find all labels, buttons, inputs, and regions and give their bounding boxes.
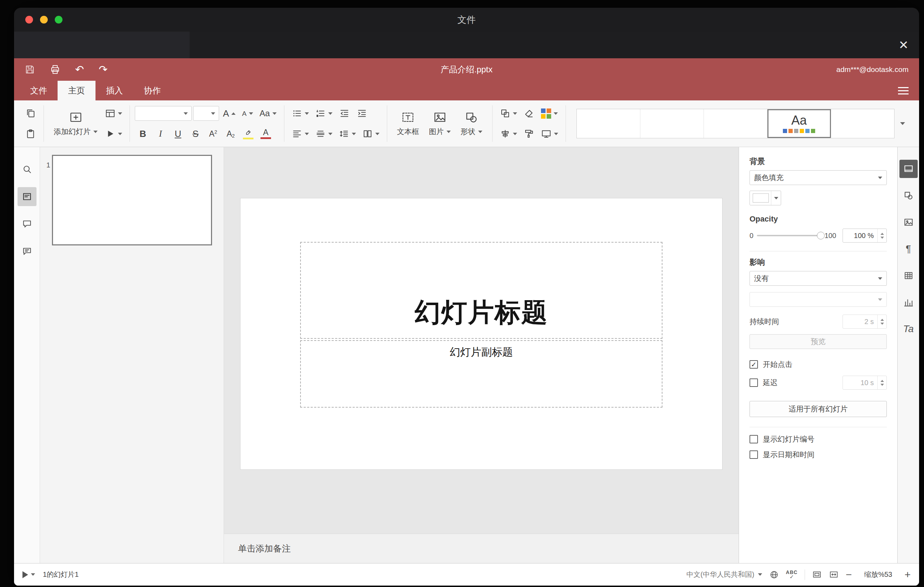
spin-up-icon[interactable] xyxy=(881,233,884,235)
spin-down-icon[interactable] xyxy=(881,384,884,386)
increase-indent-button[interactable] xyxy=(354,105,370,122)
macos-minimize-button[interactable] xyxy=(40,16,48,23)
start-slideshow-statusbar-button[interactable] xyxy=(23,571,35,578)
language-selector[interactable]: 中文(中华人民共和国) xyxy=(686,570,762,579)
font-size-combo[interactable] xyxy=(193,106,219,121)
strikethrough-button[interactable]: S xyxy=(188,125,204,143)
redo-button[interactable]: ↷ xyxy=(99,64,107,75)
vertical-align-button[interactable] xyxy=(313,125,335,143)
notes-area[interactable]: 单击添加备注 xyxy=(224,534,739,563)
arrange-shape-button[interactable] xyxy=(497,105,520,122)
spin-down-icon[interactable] xyxy=(881,237,884,239)
spin-up-icon[interactable] xyxy=(881,380,884,382)
comments-button[interactable] xyxy=(18,214,36,234)
font-name-combo[interactable] xyxy=(135,106,192,121)
shape-settings-button[interactable] xyxy=(899,186,918,204)
theme-gallery-more-button[interactable] xyxy=(894,109,911,139)
decrease-indent-button[interactable] xyxy=(336,105,353,122)
align-shape-button[interactable] xyxy=(497,125,520,143)
start-on-click-checkbox[interactable]: ✓ xyxy=(749,360,758,369)
increase-font-button[interactable]: A xyxy=(221,105,238,122)
zoom-in-button[interactable]: + xyxy=(904,569,911,580)
spin-up-icon[interactable] xyxy=(881,319,884,321)
theme-thumbnail[interactable] xyxy=(704,109,767,138)
highlight-color-button[interactable] xyxy=(240,125,256,143)
tab-collaboration[interactable]: 协作 xyxy=(134,81,171,101)
opacity-slider[interactable] xyxy=(757,235,823,236)
slide-settings-button[interactable] xyxy=(899,160,918,178)
zoom-out-button[interactable]: − xyxy=(846,569,852,580)
paste-button[interactable] xyxy=(23,125,39,143)
copy-button[interactable] xyxy=(23,105,39,122)
copy-style-button[interactable] xyxy=(521,125,537,143)
apply-to-all-slides-button[interactable]: 适用于所有幻灯片 xyxy=(749,401,887,417)
bold-button[interactable]: B xyxy=(135,125,151,143)
horizontal-align-button[interactable] xyxy=(289,125,312,143)
textart-settings-button[interactable]: Ta xyxy=(899,320,918,338)
delay-spin[interactable]: 10 s xyxy=(843,376,887,390)
opacity-spin[interactable]: 100 % xyxy=(843,229,887,242)
paragraph-settings-button[interactable]: ¶ xyxy=(899,240,918,258)
fit-slide-button[interactable] xyxy=(812,570,822,580)
superscript-button[interactable]: A2 xyxy=(205,125,221,143)
search-button[interactable] xyxy=(18,160,36,179)
chart-settings-button[interactable] xyxy=(899,293,918,312)
image-settings-button[interactable] xyxy=(899,213,918,231)
macos-close-button[interactable] xyxy=(25,16,33,23)
effect-type-select[interactable] xyxy=(749,292,887,307)
spellcheck-button[interactable]: ABC ✓ xyxy=(786,570,798,579)
view-settings-menu-button[interactable] xyxy=(898,87,909,94)
change-layout-button[interactable] xyxy=(102,105,125,122)
add-slide-button[interactable]: 添加幻灯片 xyxy=(49,104,102,143)
underline-button[interactable]: U xyxy=(170,125,186,143)
delay-checkbox[interactable] xyxy=(749,378,758,387)
theme-thumbnail[interactable] xyxy=(831,109,894,138)
set-language-button[interactable] xyxy=(769,570,779,580)
show-date-time-checkbox[interactable] xyxy=(749,450,758,459)
tab-file[interactable]: 文件 xyxy=(20,81,58,101)
background-fill-select[interactable]: 颜色填充 xyxy=(749,170,887,185)
color-scheme-button[interactable] xyxy=(538,105,560,122)
slide[interactable]: 幻灯片标题 幻灯片副标题 xyxy=(241,198,722,469)
effect-select[interactable]: 没有 xyxy=(749,271,887,286)
slide-size-button[interactable] xyxy=(538,125,561,143)
subtitle-placeholder[interactable]: 幻灯片副标题 xyxy=(300,340,662,407)
duration-spin[interactable]: 2 s xyxy=(843,315,887,329)
table-settings-button[interactable] xyxy=(899,267,918,285)
fit-width-button[interactable] xyxy=(829,570,839,580)
theme-thumbnail-selected[interactable]: Aa xyxy=(767,109,831,138)
macos-zoom-button[interactable] xyxy=(55,16,63,23)
line-spacing-button[interactable] xyxy=(336,125,358,143)
slides-panel-button[interactable] xyxy=(18,187,36,206)
undo-button[interactable]: ↶ xyxy=(75,64,84,75)
preview-button[interactable]: 预览 xyxy=(749,334,887,349)
slide-thumbnail-1[interactable] xyxy=(52,155,212,246)
slider-handle[interactable] xyxy=(817,232,825,239)
show-slide-number-checkbox[interactable] xyxy=(749,435,758,444)
chat-button[interactable] xyxy=(18,242,36,261)
numbering-button[interactable] xyxy=(313,105,335,122)
background-color-picker[interactable] xyxy=(749,191,781,205)
start-slideshow-button[interactable] xyxy=(102,125,125,143)
bullets-button[interactable] xyxy=(289,105,312,122)
insert-shape-button[interactable]: 形状 xyxy=(456,104,487,143)
clear-style-button[interactable] xyxy=(521,105,537,122)
tab-home[interactable]: 主页 xyxy=(58,81,96,101)
spin-down-icon[interactable] xyxy=(881,323,884,325)
columns-button[interactable] xyxy=(360,125,382,143)
title-placeholder[interactable]: 幻灯片标题 xyxy=(300,242,662,339)
theme-thumbnail[interactable] xyxy=(577,109,640,138)
close-icon[interactable]: ✕ xyxy=(899,39,909,51)
slide-canvas[interactable]: 幻灯片标题 幻灯片副标题 xyxy=(224,147,739,534)
change-case-button[interactable]: Aa xyxy=(257,105,279,122)
theme-thumbnail[interactable] xyxy=(640,109,704,138)
insert-textbox-button[interactable]: 文本框 xyxy=(392,104,424,143)
save-button[interactable] xyxy=(25,64,35,75)
print-button[interactable] xyxy=(50,64,60,75)
decrease-font-button[interactable]: A xyxy=(239,105,256,122)
subscript-button[interactable]: A2 xyxy=(223,125,239,143)
font-color-button[interactable]: A xyxy=(258,125,274,143)
italic-button[interactable]: I xyxy=(152,125,168,143)
insert-image-button[interactable]: 图片 xyxy=(424,104,456,143)
tab-insert[interactable]: 插入 xyxy=(96,81,134,101)
